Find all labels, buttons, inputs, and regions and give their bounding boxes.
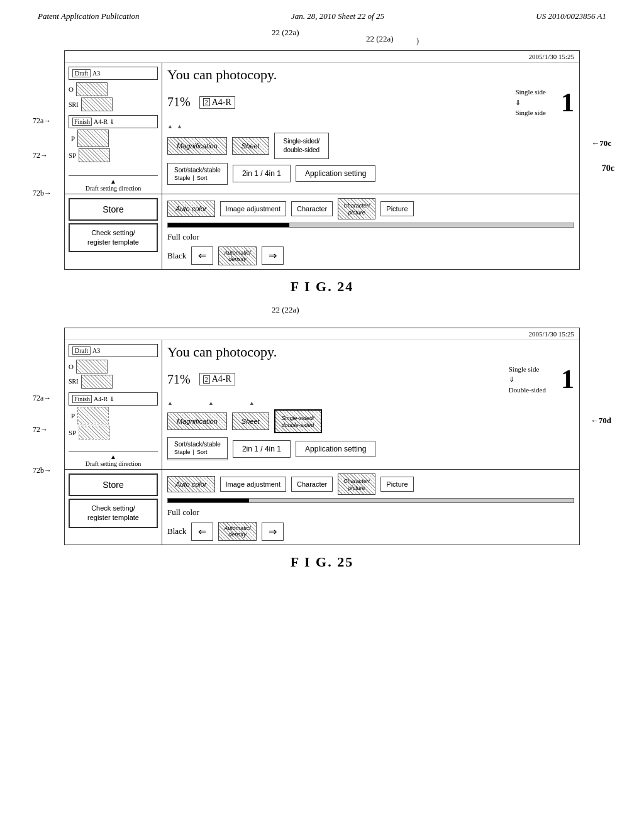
fig24-finish-box: Finish A4-R ⇓ bbox=[69, 115, 158, 128]
fig25-id-label: 22 (22a) bbox=[272, 305, 299, 315]
fig25-label: F I G. 25 bbox=[38, 554, 606, 570]
fig24-sp-label: SP bbox=[69, 152, 76, 159]
fig25-status-row: 71% 2 A4-R Single side ⇓ Double-sided 1 bbox=[167, 364, 574, 396]
fig24-percent: 71% bbox=[167, 95, 191, 109]
fig24-black-label: Black bbox=[167, 250, 186, 262]
fig25-body: Draft A3 O SRI Finish bbox=[65, 340, 579, 470]
fig24-bracket: ) bbox=[416, 36, 419, 46]
fig25-char-picture-btn[interactable]: Character/picture bbox=[338, 473, 375, 495]
fig25-o-label: O bbox=[69, 363, 74, 370]
fig25-sort-row: Sort/stack/stable Staple | Sort 2in 1 / bbox=[167, 437, 574, 460]
fig24-auto-color-btn[interactable]: Auto color bbox=[167, 201, 215, 217]
fig24-right-panel: You can photocopy. 71% 2 A4-R Single sid… bbox=[162, 63, 579, 194]
fig24-hatch2 bbox=[81, 97, 113, 111]
header-right: US 2010/0023856 A1 bbox=[536, 11, 606, 21]
fig25-auto-density-btn[interactable]: Automatic/density bbox=[218, 522, 257, 541]
fig25-o-row: O bbox=[69, 360, 158, 374]
fig25-header-bar: 2005/1/30 15:25 bbox=[65, 328, 579, 340]
fig25-sp-row: SP bbox=[69, 426, 158, 440]
fig25-check-btn[interactable]: Check setting/register template bbox=[69, 499, 158, 528]
fig25-left-panel: Draft A3 O SRI Finish bbox=[65, 340, 162, 470]
fig24-o-row: O bbox=[69, 82, 158, 96]
fig25-sheet-btn[interactable]: Sheet bbox=[232, 412, 269, 430]
fig25-draft-label: Draft bbox=[72, 346, 91, 355]
fig24-auto-density-btn[interactable]: Automatic/density bbox=[218, 246, 257, 265]
fig25-timestamp: 2005/1/30 15:25 bbox=[529, 330, 574, 338]
fig25-a4r: 2 A4-R bbox=[199, 373, 235, 385]
fig24-arrow-right-btn[interactable]: ⇒ bbox=[262, 246, 284, 265]
fig25-2in1-btn[interactable]: 2in 1 / 4in 1 bbox=[233, 440, 291, 458]
fig25-image-adjustment-btn[interactable]: Image adjustment bbox=[220, 477, 286, 492]
fig24-store-btn[interactable]: Store bbox=[69, 198, 158, 221]
fig25-single-double-btn[interactable]: Single-sided/double-sided bbox=[274, 409, 322, 433]
fig25-picture-btn[interactable]: Picture bbox=[380, 477, 413, 492]
fig25-application-setting-btn[interactable]: Application setting bbox=[296, 441, 375, 457]
label-72-fig25: 72→ bbox=[33, 425, 48, 434]
fig24-picture-btn[interactable]: Picture bbox=[380, 201, 413, 216]
header-left: Patent Application Publication bbox=[38, 11, 140, 21]
fig25-bottom-left: Store Check setting/register template bbox=[65, 470, 162, 545]
fig25-arrow-right-btn[interactable]: ⇒ bbox=[262, 523, 284, 541]
fig25-staple-sort-sub: Staple | Sort bbox=[174, 449, 221, 455]
label-72b-fig25: 72b→ bbox=[33, 466, 52, 475]
fig24-p-row: P bbox=[71, 130, 158, 147]
fig25-70d-label: ←70d bbox=[591, 416, 611, 426]
fig24-check-btn[interactable]: Check setting/register template bbox=[69, 223, 158, 253]
label-72b-fig24: 72b→ bbox=[33, 189, 52, 198]
fig24-ui-diagram: 2005/1/30 15:25 Draft A3 O bbox=[64, 50, 580, 270]
fig24-image-adjustment-btn[interactable]: Image adjustment bbox=[220, 201, 286, 216]
fig24-draft-size: A3 bbox=[92, 70, 100, 77]
fig25-bottom-right: Auto color Image adjustment Character Ch… bbox=[162, 470, 579, 545]
fig24-copy-count: 1 bbox=[561, 87, 574, 118]
fig24-timestamp: 2005/1/30 15:25 bbox=[529, 53, 574, 60]
fig25-density-bar-row bbox=[167, 498, 574, 503]
fig25-side-info: Single side ⇓ Double-sided bbox=[509, 364, 546, 396]
fig24-sri-label: SRI bbox=[69, 101, 79, 108]
fig24-sort-row: Sort/stack/stable Staple | Sort 2in 1 / bbox=[167, 163, 574, 185]
fig25-right-panel: You can photocopy. 71% 2 A4-R Single sid… bbox=[162, 340, 579, 470]
fig24-main-btn-row: Magnification Sheet Single-sided/double-… bbox=[167, 133, 574, 159]
fig25-finish-size: A4-R bbox=[94, 396, 108, 402]
fig24-photocopy-text: You can photocopy. bbox=[167, 67, 574, 83]
label-72-fig24: 72→ bbox=[33, 151, 48, 160]
fig25-sri-label: SRI bbox=[69, 378, 79, 385]
fig25-sri-row: SRI bbox=[69, 375, 158, 389]
fig24-sheet-btn[interactable]: Sheet bbox=[232, 137, 269, 155]
fig24-color-row: Auto color Image adjustment Character Ch… bbox=[167, 198, 574, 219]
fig24-70c-label: ←70c bbox=[591, 138, 611, 148]
fig25-auto-color-btn[interactable]: Auto color bbox=[167, 476, 215, 492]
fig25-bottom-section: Store Check setting/register template Au… bbox=[65, 469, 579, 545]
fig24-2in1-btn[interactable]: 2in 1 / 4in 1 bbox=[233, 165, 291, 182]
fig24-draft-label: Draft bbox=[72, 69, 91, 77]
fig24-arrow-left-btn[interactable]: ⇐ bbox=[191, 246, 213, 265]
header-middle: Jan. 28, 2010 Sheet 22 of 25 bbox=[291, 11, 384, 21]
fig24-char-picture-btn[interactable]: Character/picture bbox=[338, 198, 375, 219]
fig25-copy-count: 1 bbox=[561, 364, 574, 394]
fig24-single-double-btn[interactable]: Single-sided/double-sided bbox=[274, 133, 330, 159]
fig24-sort-stack-staple-btn[interactable]: Sort/stack/stable Staple | Sort bbox=[167, 163, 228, 185]
fig24-density-bar-row bbox=[167, 223, 574, 228]
fig24-finish-size: A4-R bbox=[94, 118, 108, 125]
fig24-character-btn[interactable]: Character bbox=[291, 201, 333, 216]
fig24-draft-box: Draft A3 bbox=[69, 67, 158, 80]
fig24-application-setting-btn[interactable]: Application setting bbox=[296, 165, 375, 182]
fig25-arrow-left-btn[interactable]: ⇐ bbox=[191, 523, 213, 541]
fig24-draft-direction: ▲ Draft setting direction bbox=[69, 175, 158, 194]
fig25-diagram-wrapper: 72a→ 72→ 72b→ 2005/1/30 15:25 Draft A3 bbox=[64, 328, 580, 546]
fig25-percent: 71% bbox=[167, 372, 191, 387]
fig24-density-bar bbox=[167, 223, 574, 228]
fig25-nav-row: Black ⇐ Automatic/density ⇒ bbox=[167, 522, 574, 541]
fig25-character-btn[interactable]: Character bbox=[291, 477, 333, 492]
fig24-magnification-btn[interactable]: Magnification bbox=[167, 137, 227, 155]
fig24-bottom-right: Auto color Image adjustment Character Ch… bbox=[162, 194, 579, 269]
fig24-sp-row: SP bbox=[69, 148, 158, 162]
fig25-store-btn[interactable]: Store bbox=[69, 473, 158, 496]
fig25-magnification-btn[interactable]: Magnification bbox=[167, 412, 227, 430]
fig25-sort-stack-staple-btn[interactable]: Sort/stack/stable Staple | Sort bbox=[167, 437, 228, 460]
fig24-header-bar: 2005/1/30 15:25 bbox=[65, 51, 579, 63]
fig25-black-label: Black bbox=[167, 525, 186, 538]
fig25-hatch2 bbox=[81, 375, 113, 389]
fig24-status-row: 71% 2 A4-R Single side ⇓ Single side 1 bbox=[167, 87, 574, 118]
fig25-ui-diagram: 2005/1/30 15:25 Draft A3 O bbox=[64, 328, 580, 546]
fig25-draft-direction: ▲ Draft setting direction bbox=[69, 451, 158, 469]
